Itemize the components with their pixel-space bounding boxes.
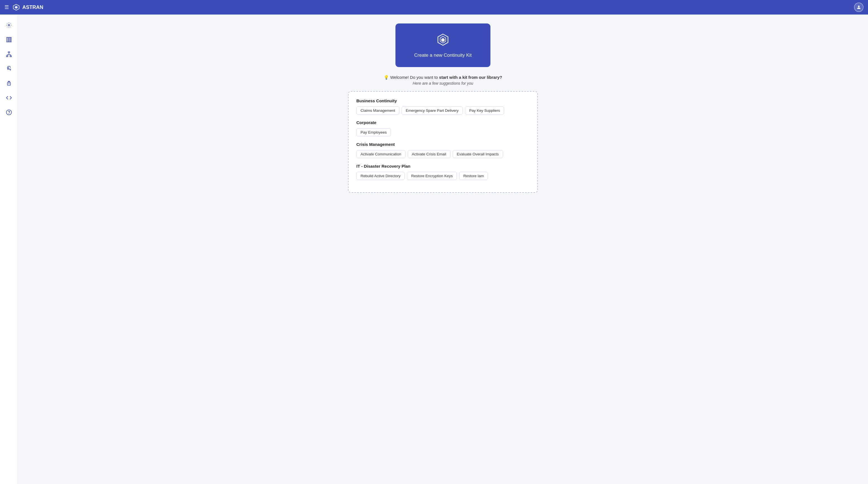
- category-title-crisis-management: Crisis Management: [356, 142, 529, 147]
- library-card: Business ContinuityClaims ManagementEmer…: [348, 91, 538, 193]
- tag-list-corporate: Pay Employees: [356, 128, 529, 137]
- sidebar-item-plugin[interactable]: [3, 77, 15, 89]
- tag-item[interactable]: Pay Employees: [356, 128, 391, 137]
- svg-rect-5: [6, 37, 8, 42]
- network-icon: [6, 51, 12, 57]
- svg-rect-6: [8, 37, 10, 42]
- svg-rect-7: [10, 37, 11, 42]
- welcome-prefix: Welcome! Do you want to: [390, 75, 439, 80]
- category-section-corporate: CorporatePay Employees: [356, 120, 529, 137]
- svg-marker-18: [441, 38, 444, 42]
- svg-rect-8: [8, 52, 10, 53]
- tag-item[interactable]: Restore Iam: [459, 172, 488, 180]
- category-section-it-disaster-recovery: IT - Disaster Recovery PlanRebuild Activ…: [356, 164, 529, 180]
- user-icon: [856, 5, 861, 10]
- hamburger-icon[interactable]: ☰: [4, 4, 9, 10]
- category-section-business-continuity: Business ContinuityClaims ManagementEmer…: [356, 98, 529, 115]
- sidebar-item-fingerprint[interactable]: [3, 63, 15, 75]
- tag-item[interactable]: Evaluate Overall Impacts: [453, 150, 503, 158]
- tag-item[interactable]: Emergency Spare Part Delivery: [402, 107, 463, 115]
- tag-item[interactable]: Activate Communication: [356, 150, 405, 158]
- tag-list-crisis-management: Activate CommunicationActivate Crisis Em…: [356, 150, 529, 158]
- hero-card[interactable]: Create a new Continuity Kit: [396, 24, 490, 67]
- svg-point-3: [858, 6, 860, 7]
- navbar: ☰ ASTRAN: [0, 0, 868, 14]
- hex-icon: [436, 32, 450, 47]
- tag-list-it-disaster-recovery: Rebuild Active DirectoryRestore Encrypti…: [356, 172, 529, 180]
- main-content: Create a new Continuity Kit 💡 Welcome! D…: [18, 14, 868, 484]
- plugin-icon: [6, 80, 12, 86]
- avatar-button[interactable]: [854, 2, 864, 12]
- logo-icon: [12, 3, 20, 11]
- category-title-it-disaster-recovery: IT - Disaster Recovery Plan: [356, 164, 529, 169]
- navbar-left: ☰ ASTRAN: [4, 3, 43, 11]
- library-icon: [6, 37, 12, 43]
- code-icon: [6, 95, 12, 101]
- logo-area: ASTRAN: [12, 3, 43, 11]
- svg-point-2: [16, 6, 17, 8]
- category-title-business-continuity: Business Continuity: [356, 98, 529, 103]
- welcome-emoji: 💡: [384, 75, 389, 80]
- tag-list-business-continuity: Claims ManagementEmergency Spare Part De…: [356, 107, 529, 115]
- category-section-crisis-management: Crisis ManagementActivate CommunicationA…: [356, 142, 529, 158]
- svg-point-4: [8, 24, 10, 26]
- sidebar-item-help[interactable]: [3, 106, 15, 119]
- help-icon: [6, 109, 12, 115]
- hero-card-icon: [436, 32, 450, 48]
- fingerprint-icon: [6, 66, 12, 72]
- welcome-section: 💡 Welcome! Do you want to start with a k…: [384, 75, 502, 86]
- app-name: ASTRAN: [22, 4, 43, 10]
- sidebar: [0, 14, 18, 484]
- welcome-bold: start with a kit from our library?: [439, 75, 502, 80]
- welcome-subtitle: Here are a few suggestions for you: [384, 81, 502, 86]
- category-title-corporate: Corporate: [356, 120, 529, 125]
- sidebar-item-network[interactable]: [3, 48, 15, 60]
- svg-rect-9: [6, 56, 8, 57]
- settings-icon: [6, 22, 12, 28]
- tag-item[interactable]: Rebuild Active Directory: [356, 172, 405, 180]
- tag-item[interactable]: Claims Management: [356, 107, 399, 115]
- sidebar-item-library[interactable]: [3, 33, 15, 46]
- sidebar-item-code[interactable]: [3, 92, 15, 104]
- sidebar-item-settings[interactable]: [3, 19, 15, 31]
- svg-rect-10: [10, 56, 11, 57]
- tag-item[interactable]: Restore Encryption Keys: [407, 172, 457, 180]
- welcome-text: 💡 Welcome! Do you want to start with a k…: [384, 75, 502, 80]
- tag-item[interactable]: Activate Crisis Email: [408, 150, 451, 158]
- tag-item[interactable]: Pay Key Suppliers: [465, 107, 504, 115]
- hero-card-title: Create a new Continuity Kit: [414, 53, 472, 58]
